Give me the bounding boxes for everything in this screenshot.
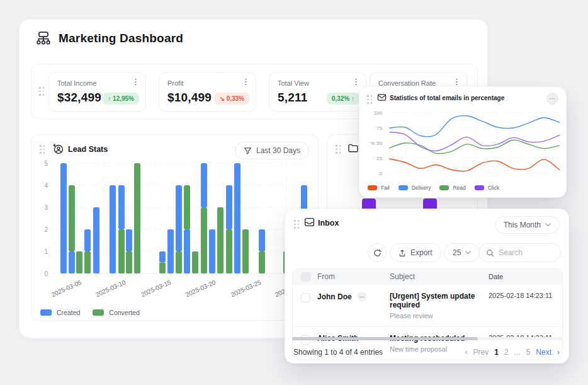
legend-swatch xyxy=(40,309,52,316)
drag-handle[interactable] xyxy=(294,220,300,229)
email-date: 2025-02-18 14:23:11 xyxy=(489,285,562,306)
svg-text:50: 50 xyxy=(376,141,382,146)
pagination: ‹ Prev 1 2 ... 5 Next › xyxy=(465,348,560,357)
legend-item-fail: Fail xyxy=(368,185,390,191)
kebab-menu-icon[interactable]: ⋮ xyxy=(352,78,360,86)
svg-text:2025-03-20: 2025-03-20 xyxy=(184,279,217,298)
export-button[interactable]: Export xyxy=(390,243,441,262)
svg-text:2025-03-10: 2025-03-10 xyxy=(94,279,127,298)
stat-value: $32,499 xyxy=(57,91,101,105)
kebab-menu-icon[interactable]: ⋮ xyxy=(132,78,140,86)
page-title: Marketing Dashboard xyxy=(59,32,183,45)
export-label: Export xyxy=(410,248,433,257)
email-stats-panel: Statistics of total emails in percentage… xyxy=(359,86,567,198)
svg-text:2025-03-15: 2025-03-15 xyxy=(140,279,172,298)
drag-handle[interactable] xyxy=(39,87,45,96)
page-ellipsis: ... xyxy=(514,348,521,357)
chevron-down-icon xyxy=(465,251,471,255)
svg-text:100: 100 xyxy=(374,110,383,116)
svg-text:2025-03-25: 2025-03-25 xyxy=(230,279,263,298)
legend-label: Created xyxy=(57,309,80,316)
legend-label: Converted xyxy=(109,309,139,316)
page-button-5[interactable]: 5 xyxy=(526,348,531,357)
page-size-button[interactable]: 25 xyxy=(444,243,480,262)
page-header: Marketing Dashboard xyxy=(35,30,183,47)
inbox-icon xyxy=(304,217,315,227)
lead-stats-panel: Lead Stats Last 30 Days 0123452025-03-05… xyxy=(31,134,319,321)
column-header-subject: Subject xyxy=(390,272,489,281)
search-input[interactable] xyxy=(499,248,549,257)
period-select-button[interactable]: This Month xyxy=(495,216,560,234)
legend-swatch xyxy=(93,309,104,316)
column-header-from: From xyxy=(317,272,390,281)
panel-title: Inbox xyxy=(318,219,339,227)
stat-card-profit: Profit ⋮ $10,499 ↘ 0,33% xyxy=(159,72,256,112)
search-box xyxy=(478,243,561,262)
refresh-button[interactable] xyxy=(368,243,387,262)
legend-label: Fail xyxy=(381,185,390,191)
stat-value: $10,499 xyxy=(167,91,212,105)
row-menu-button[interactable]: ⋯ xyxy=(357,292,367,302)
prev-chevron[interactable]: ‹ xyxy=(465,348,468,357)
scrollbar-thumb[interactable] xyxy=(292,337,478,340)
email-preview: Please review xyxy=(390,312,489,319)
legend-swatch xyxy=(439,185,449,190)
legend-label: Click xyxy=(488,185,499,191)
sitemap-icon xyxy=(35,30,52,47)
svg-text:1: 1 xyxy=(44,248,48,255)
kebab-menu-icon[interactable]: ⋮ xyxy=(242,78,250,86)
refresh-icon xyxy=(373,249,382,257)
page-size-label: 25 xyxy=(453,248,461,257)
trend-badge: 0,32% ↑ xyxy=(327,93,359,105)
legend-item-click: Click xyxy=(475,185,499,191)
stat-card-total-view: Total View ⋮ 5,211 0,32% ↑ xyxy=(269,72,366,112)
email-stats-legend: Fail Delivery Read Click xyxy=(368,185,499,191)
inbox-panel: Inbox This Month Export 25 xyxy=(285,209,569,364)
table-header-row: From Subject Date xyxy=(293,269,562,284)
kebab-menu-icon[interactable]: ⋮ xyxy=(453,78,461,86)
svg-text:0: 0 xyxy=(44,270,48,277)
svg-text:%: % xyxy=(370,141,375,146)
svg-text:3: 3 xyxy=(44,204,48,211)
svg-text:0: 0 xyxy=(380,171,383,176)
prev-button[interactable]: Prev xyxy=(473,348,489,357)
lead-stats-legend: Created Converted xyxy=(40,309,140,316)
next-button[interactable]: Next xyxy=(536,348,551,357)
horizontal-scrollbar[interactable] xyxy=(292,337,563,340)
svg-text:2: 2 xyxy=(44,226,48,233)
stat-title: Total View xyxy=(278,79,309,87)
legend-swatch xyxy=(368,185,377,190)
table-row[interactable]: John Doe ⋯ [Urgent] System update requir… xyxy=(293,284,562,326)
svg-text:2025-03-05: 2025-03-05 xyxy=(50,279,83,298)
lead-stats-chart: 0123452025-03-052025-03-102025-03-152025… xyxy=(31,135,319,321)
legend-item-read: Read xyxy=(439,185,465,191)
legend-label: Delivery xyxy=(412,185,431,191)
export-icon xyxy=(399,249,406,257)
dashboard-canvas: Marketing Dashboard Total Income ⋮ $32,4… xyxy=(0,0,588,385)
sender-name: John Doe xyxy=(317,292,352,301)
folder-icon xyxy=(348,142,359,154)
period-label: This Month xyxy=(504,221,541,229)
stat-card-total-income: Total Income ⋮ $32,499 ↑ 12,95% xyxy=(48,72,146,112)
drag-handle[interactable] xyxy=(336,145,341,154)
page-button-1[interactable]: 1 xyxy=(494,348,499,357)
trend-badge: ↑ 12,95% xyxy=(103,93,139,105)
legend-swatch xyxy=(475,185,484,190)
email-subject: [Urgent] System update required xyxy=(390,292,489,309)
stat-title: Total Income xyxy=(57,79,96,87)
search-icon xyxy=(486,249,494,257)
chevron-down-icon xyxy=(545,223,551,227)
svg-text:75: 75 xyxy=(376,125,382,131)
svg-text:25: 25 xyxy=(376,156,382,161)
column-header-date: Date xyxy=(489,273,562,280)
row-checkbox[interactable] xyxy=(301,293,310,302)
stat-title: Profit xyxy=(167,79,184,87)
inbox-footer: Showing 1 to 4 of 4 entries ‹ Prev 1 2 .… xyxy=(293,344,560,360)
legend-item-converted: Converted xyxy=(93,309,139,316)
entries-summary: Showing 1 to 4 of 4 entries xyxy=(293,348,383,357)
next-chevron[interactable]: › xyxy=(557,348,560,357)
page-button-2[interactable]: 2 xyxy=(504,348,509,357)
legend-label: Read xyxy=(453,185,465,191)
select-all-checkbox[interactable] xyxy=(301,272,310,282)
trend-badge: ↘ 0,33% xyxy=(214,93,249,105)
